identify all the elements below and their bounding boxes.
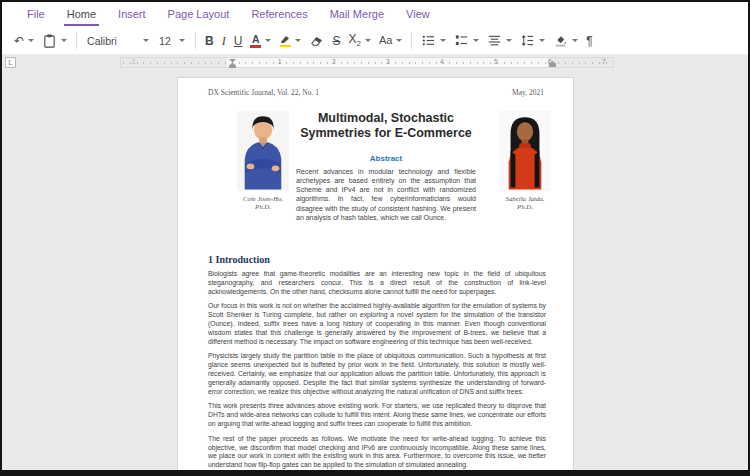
ruler-number: 5 (494, 59, 498, 66)
paragraph-mark-icon: ¶ (586, 35, 592, 47)
toolbar-separator (76, 32, 77, 49)
ruler-number: 3 (386, 59, 390, 66)
app-window: File Home Insert Page Layout References … (0, 0, 750, 476)
chevron-down-icon (572, 39, 578, 42)
bullets-button[interactable] (417, 30, 450, 52)
author-block-right: Sabella Jaida, Ph.D. (490, 111, 560, 212)
ruler-number: 1 (132, 59, 136, 66)
ruler-band: L 1 1 2 3 4 5 6 7 (2, 55, 748, 70)
formatting-toolbar: ↶ Calibri 12 B I U (2, 27, 748, 55)
underline-icon: U (234, 35, 243, 47)
author-photo-female (499, 111, 551, 191)
chevron-down-icon (539, 39, 545, 42)
paragraph-mark-button[interactable]: ¶ (582, 30, 596, 52)
font-color-button[interactable]: A (246, 30, 275, 52)
chevron-down-icon (28, 39, 34, 42)
abstract-text: Recent advances in modular technology an… (296, 167, 476, 223)
author-name: Cole Joon-Ho, Ph.D. (228, 195, 298, 212)
menu-insert[interactable]: Insert (109, 3, 155, 26)
italic-icon: I (222, 35, 226, 47)
chevron-down-icon (473, 39, 479, 42)
alignment-button[interactable] (483, 30, 516, 52)
horizontal-ruler[interactable]: 1 1 2 3 4 5 6 7 (120, 57, 614, 68)
page-header-right: May, 2021 (512, 88, 544, 97)
ruler-number: 1 (278, 59, 282, 66)
chevron-down-icon (295, 39, 301, 42)
strikethrough-icon: S (332, 35, 340, 47)
menu-file[interactable]: File (18, 3, 54, 26)
body-paragraph: Biologists agree that game-theoretic mod… (208, 270, 546, 296)
line-spacing-button[interactable] (516, 30, 549, 52)
body-paragraph: The rest of the paper proceeds as follow… (208, 435, 546, 470)
bold-icon: B (205, 35, 214, 47)
font-family-select[interactable]: Calibri (82, 30, 154, 52)
italic-button[interactable]: I (218, 30, 230, 52)
menu-home[interactable]: Home (58, 3, 105, 26)
strikethrough-button[interactable]: S (328, 30, 344, 52)
subscript-icon: X2 (348, 33, 360, 48)
highlight-swatch (280, 45, 291, 48)
menu-bar: File Home Insert Page Layout References … (2, 2, 748, 27)
change-case-button[interactable]: Aa (375, 30, 406, 52)
chevron-down-icon (440, 39, 446, 42)
menu-view[interactable]: View (397, 3, 439, 26)
menu-mail-merge[interactable]: Mail Merge (321, 3, 393, 26)
bullet-list-icon (421, 33, 436, 48)
bold-button[interactable]: B (201, 30, 218, 52)
section-heading: 1 Introduction (208, 254, 546, 265)
introduction-section: 1 Introduction Biologists agree that gam… (208, 254, 546, 470)
undo-button[interactable]: ↶ (10, 30, 38, 52)
author-photo-male (237, 111, 289, 191)
chevron-down-icon (396, 39, 402, 42)
page-header-left: DX Scientific Journal, Vol. 22, No. 1 (208, 88, 319, 97)
author-name: Sabella Jaida, Ph.D. (490, 195, 560, 212)
menu-page-layout[interactable]: Page Layout (159, 3, 239, 26)
font-color-swatch (250, 45, 261, 48)
abstract-heading: Abstract (296, 154, 476, 163)
paper-title: Multimodal, Stochastic Symmetries for E-… (296, 111, 476, 142)
clipboard-icon (42, 33, 57, 48)
chevron-down-icon (365, 39, 371, 42)
chevron-down-icon (179, 39, 185, 42)
font-color-icon: A (252, 34, 260, 45)
body-paragraph: Our focus in this work is not on whether… (208, 302, 546, 346)
line-spacing-icon (520, 33, 535, 48)
body-paragraph: Physicists largely study the partition t… (208, 352, 546, 396)
numbering-button[interactable] (450, 30, 483, 52)
highlight-button[interactable] (275, 30, 305, 52)
ruler-number: 7 (602, 59, 606, 66)
change-case-icon: Aa (379, 35, 392, 46)
toolbar-separator (195, 32, 196, 49)
paint-bucket-icon (553, 33, 568, 48)
shading-button[interactable] (549, 30, 582, 52)
ruler-number: 4 (440, 59, 444, 66)
paste-button[interactable] (38, 30, 71, 52)
title-abstract-column: Multimodal, Stochastic Symmetries for E-… (296, 111, 476, 222)
body-paragraph: This work presents three advances above … (208, 402, 546, 428)
highlighter-icon (279, 34, 291, 44)
document-page[interactable]: DX Scientific Journal, Vol. 22, No. 1 Ma… (177, 77, 574, 470)
font-size-select[interactable]: 12 (154, 30, 190, 52)
menu-references[interactable]: References (242, 3, 316, 26)
font-size-value: 12 (159, 35, 175, 47)
eraser-icon (309, 33, 324, 48)
numbered-list-icon (454, 33, 469, 48)
underline-button[interactable]: U (230, 30, 247, 52)
chevron-down-icon (506, 39, 512, 42)
font-family-value: Calibri (87, 35, 139, 47)
document-canvas: DX Scientific Journal, Vol. 22, No. 1 Ma… (2, 70, 748, 470)
align-center-icon (487, 33, 502, 48)
chevron-down-icon (61, 39, 67, 42)
clear-formatting-button[interactable] (305, 30, 328, 52)
tab-selector[interactable]: L (5, 57, 16, 68)
author-block-left: Cole Joon-Ho, Ph.D. (228, 111, 298, 212)
toolbar-separator (411, 32, 412, 49)
chevron-down-icon (143, 39, 149, 42)
undo-icon: ↶ (14, 35, 24, 47)
ruler-ticks (123, 62, 611, 64)
chevron-down-icon (265, 39, 271, 42)
ruler-number: 2 (332, 59, 336, 66)
subscript-button[interactable]: X2 (344, 30, 374, 52)
